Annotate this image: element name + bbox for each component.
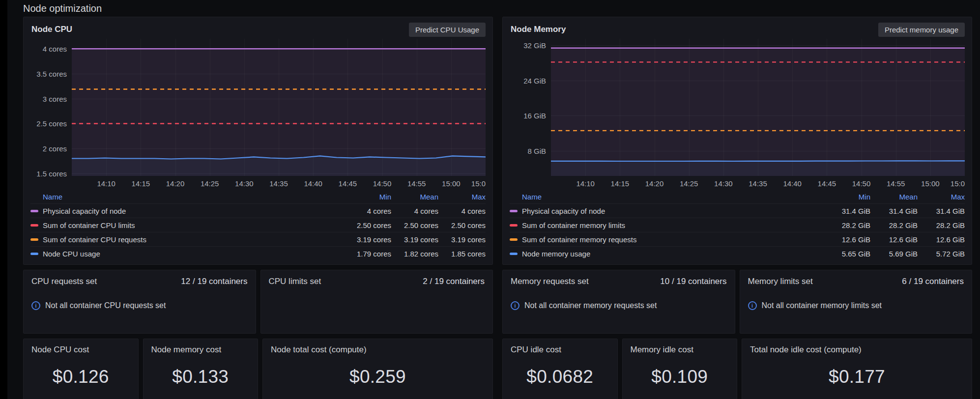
x-tick-label: 14:40 xyxy=(783,179,802,188)
left-edge-strip xyxy=(0,0,7,399)
series-swatch-icon xyxy=(30,238,38,241)
info-icon[interactable]: i xyxy=(31,301,40,310)
cpu-legend-header: Name Min Mean Max xyxy=(30,190,486,203)
series-max: 3.19 cores xyxy=(438,235,486,244)
series-mean: 2.50 cores xyxy=(391,221,438,229)
series-label: Physical capacity of node xyxy=(43,207,126,215)
stat-count: 12 / 19 containers xyxy=(181,277,247,286)
info-icon[interactable]: i xyxy=(511,301,519,310)
memory-y-axis: 32 GiB24 GiB16 GiB8 GiB xyxy=(510,39,551,176)
cpu-legend-table: Name Min Mean Max Physical capacity of n… xyxy=(30,190,486,260)
stat-count: 10 / 19 containers xyxy=(660,277,726,286)
predict-memory-usage-button[interactable]: Predict memory usage xyxy=(878,23,965,37)
y-tick-label: 8 GiB xyxy=(527,147,546,155)
legend-col-name[interactable]: Name xyxy=(510,193,823,201)
x-tick-label: 15:0 xyxy=(471,179,486,188)
row-title[interactable]: Node optimization xyxy=(23,3,102,14)
cpu-chart-plot[interactable] xyxy=(72,39,486,176)
x-tick-label: 14:10 xyxy=(576,179,595,188)
stat-title[interactable]: Memory requests set xyxy=(511,277,589,286)
x-tick-label: 14:20 xyxy=(645,179,664,188)
stat-info-text: Not all container memory requests set xyxy=(524,301,657,310)
legend-col-mean[interactable]: Mean xyxy=(870,193,918,201)
series-swatch-icon xyxy=(30,224,38,227)
stat-title[interactable]: CPU requests set xyxy=(31,277,97,286)
y-tick-label: 1.5 cores xyxy=(36,169,67,177)
series-mean: 31.4 GiB xyxy=(870,207,918,215)
legend-row-cpu-usage[interactable]: Node CPU usage 1.79 cores 1.82 cores 1.8… xyxy=(30,246,486,260)
legend-row-memory-usage[interactable]: Node memory usage 5.65 GiB 5.69 GiB 5.72… xyxy=(510,246,965,260)
series-label: Sum of container memory requests xyxy=(522,235,636,244)
stat-info-text: Not all container memory limits set xyxy=(762,301,882,310)
panel-node-total-cost: Node total cost (compute) $0.259 xyxy=(262,339,493,399)
legend-col-name[interactable]: Name xyxy=(30,193,344,201)
x-tick-label: 14:25 xyxy=(201,179,219,188)
panel-cpu-idle-cost: CPU idle cost $0.0682 xyxy=(502,339,618,399)
y-tick-label: 4 cores xyxy=(43,45,67,53)
panel-node-cpu: Node CPU Predict CPU Usage 4 cores3.5 co… xyxy=(23,17,493,265)
stat-title[interactable]: Node CPU cost xyxy=(31,345,130,355)
series-swatch-icon xyxy=(510,210,518,212)
x-tick-label: 14:10 xyxy=(97,179,115,188)
series-min: 12.6 GiB xyxy=(823,235,870,244)
x-tick-label: 15:00 xyxy=(442,179,461,188)
x-tick-label: 15:0 xyxy=(951,179,965,188)
stat-title[interactable]: Total node idle cost (compute) xyxy=(750,345,964,355)
y-tick-label: 24 GiB xyxy=(523,76,546,85)
stat-title[interactable]: CPU limits set xyxy=(269,277,321,286)
stat-value: $0.259 xyxy=(271,367,485,387)
series-swatch-icon xyxy=(510,253,518,255)
legend-row-memory-requests[interactable]: Sum of container memory requests 12.6 Gi… xyxy=(510,232,965,246)
series-max: 4 cores xyxy=(438,207,486,215)
series-max: 12.6 GiB xyxy=(918,235,965,244)
legend-row-cpu-capacity[interactable]: Physical capacity of node 4 cores 4 core… xyxy=(30,203,486,218)
panel-memory-requests-set: Memory requests set 10 / 19 containers i… xyxy=(502,270,735,334)
x-tick-label: 14:25 xyxy=(680,179,698,188)
legend-col-mean[interactable]: Mean xyxy=(391,193,438,201)
x-tick-label: 14:40 xyxy=(304,179,322,188)
predict-cpu-usage-button[interactable]: Predict CPU Usage xyxy=(409,23,486,37)
panel-node-memory-cost: Node memory cost $0.133 xyxy=(143,339,259,399)
node-memory-panel-title[interactable]: Node Memory xyxy=(510,25,566,34)
x-tick-label: 14:35 xyxy=(269,179,288,188)
stat-title[interactable]: Memory idle cost xyxy=(631,345,729,355)
legend-col-max[interactable]: Max xyxy=(438,193,486,201)
series-label: Sum of container memory limits xyxy=(522,221,625,229)
series-swatch-icon xyxy=(510,224,518,227)
stat-value: $0.177 xyxy=(750,367,964,387)
x-tick-label: 15:00 xyxy=(921,179,940,188)
panel-total-idle-cost: Total node idle cost (compute) $0.177 xyxy=(742,339,972,399)
legend-col-min[interactable]: Min xyxy=(344,193,391,201)
x-tick-label: 14:35 xyxy=(749,179,767,188)
series-min: 28.2 GiB xyxy=(823,221,870,229)
series-label: Physical capacity of node xyxy=(522,207,605,215)
series-mean: 28.2 GiB xyxy=(870,221,918,229)
series-min: 1.79 cores xyxy=(344,250,391,258)
panel-memory-limits-set: Memory limits set 6 / 19 containers i No… xyxy=(740,270,973,334)
panel-cpu-limits-set: CPU limits set 2 / 19 containers xyxy=(260,270,493,334)
legend-col-min[interactable]: Min xyxy=(823,193,870,201)
legend-row-memory-capacity[interactable]: Physical capacity of node 31.4 GiB 31.4 … xyxy=(510,203,965,218)
node-cpu-panel-title[interactable]: Node CPU xyxy=(30,25,72,34)
info-icon[interactable]: i xyxy=(748,301,757,310)
stat-title[interactable]: CPU idle cost xyxy=(511,345,609,355)
panel-node-memory: Node Memory Predict memory usage 32 GiB2… xyxy=(502,17,972,265)
series-min: 3.19 cores xyxy=(344,235,391,244)
memory-chart-plot[interactable] xyxy=(551,39,965,176)
stat-title[interactable]: Node total cost (compute) xyxy=(271,345,485,355)
series-mean: 4 cores xyxy=(391,207,438,215)
series-label: Node CPU usage xyxy=(43,250,100,258)
series-min: 4 cores xyxy=(344,207,391,215)
dashboard-row-header[interactable]: Node optimization xyxy=(23,0,972,17)
stat-title[interactable]: Memory limits set xyxy=(748,277,813,286)
legend-col-max[interactable]: Max xyxy=(918,193,965,201)
panel-node-cpu-cost: Node CPU cost $0.126 xyxy=(23,339,139,399)
legend-row-cpu-limits[interactable]: Sum of container CPU limits 2.50 cores 2… xyxy=(30,218,486,232)
stat-title[interactable]: Node memory cost xyxy=(151,345,250,355)
legend-row-memory-limits[interactable]: Sum of container memory limits 28.2 GiB … xyxy=(510,218,965,232)
legend-row-cpu-requests[interactable]: Sum of container CPU requests 3.19 cores… xyxy=(30,232,486,246)
x-tick-label: 14:55 xyxy=(407,179,426,188)
series-max: 5.72 GiB xyxy=(918,250,965,258)
stat-count: 2 / 19 containers xyxy=(423,277,485,286)
y-tick-label: 16 GiB xyxy=(523,112,546,120)
